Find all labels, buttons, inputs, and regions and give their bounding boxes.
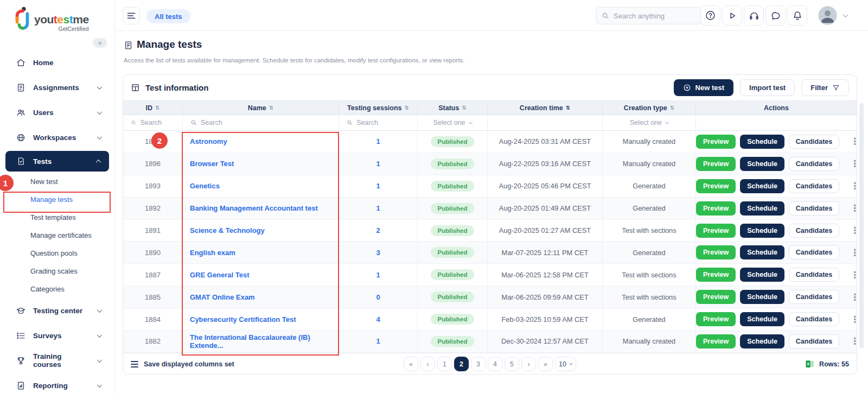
preview-button[interactable]: Preview: [696, 290, 736, 304]
page-button-5[interactable]: 5: [505, 357, 519, 371]
candidates-button[interactable]: Candidates: [789, 334, 839, 348]
submenu-item-grading-scales[interactable]: Grading scales: [0, 262, 114, 280]
schedule-button[interactable]: Schedule: [740, 224, 784, 238]
id-filter-input[interactable]: [140, 119, 175, 126]
cell-sessions-link[interactable]: 1: [339, 198, 418, 219]
kebab-menu-icon[interactable]: ⋮: [850, 293, 857, 302]
candidates-button[interactable]: Candidates: [789, 268, 839, 282]
help-button[interactable]: [700, 5, 720, 26]
kebab-menu-icon[interactable]: ⋮: [850, 315, 857, 324]
submenu-item-manage-certificates[interactable]: Manage certificates: [0, 226, 114, 244]
last-page-button[interactable]: »: [538, 357, 553, 371]
candidates-button[interactable]: Candidates: [789, 312, 839, 326]
next-page-button[interactable]: ›: [521, 357, 536, 371]
tour-button[interactable]: [722, 5, 742, 26]
cell-sessions-link[interactable]: 1: [339, 131, 418, 153]
candidates-button[interactable]: Candidates: [789, 135, 839, 149]
candidates-button[interactable]: Candidates: [789, 157, 839, 171]
vertical-scrollbar[interactable]: [859, 103, 864, 348]
column-header-creation-type[interactable]: Creation type: [603, 101, 696, 115]
save-columns-button[interactable]: Save displayed columns set: [131, 360, 234, 368]
kebab-menu-icon[interactable]: ⋮: [850, 226, 857, 235]
preview-button[interactable]: Preview: [696, 245, 736, 259]
cell-sessions-link[interactable]: 2: [339, 220, 418, 242]
notifications-button[interactable]: [787, 5, 807, 26]
preview-button[interactable]: Preview: [696, 224, 736, 238]
schedule-button[interactable]: Schedule: [740, 245, 784, 259]
messages-button[interactable]: [765, 5, 786, 26]
sidebar-item-home[interactable]: Home: [0, 50, 114, 75]
cell-sessions-link[interactable]: 1: [339, 153, 418, 175]
cell-sessions-link[interactable]: 1: [339, 175, 418, 197]
creation-type-filter-select[interactable]: Select one: [603, 115, 696, 130]
candidates-button[interactable]: Candidates: [789, 179, 839, 193]
filter-button[interactable]: Filter: [801, 79, 849, 96]
excel-export-icon[interactable]: X: [805, 359, 814, 369]
name-filter-input[interactable]: [201, 119, 327, 126]
status-filter-select[interactable]: Select one: [418, 115, 488, 130]
page-button-4[interactable]: 4: [488, 357, 502, 371]
sidebar-item-users[interactable]: Users: [0, 100, 114, 125]
cell-sessions-link[interactable]: 3: [339, 242, 418, 263]
import-test-button[interactable]: Import test: [740, 79, 795, 96]
column-header-status[interactable]: Status: [418, 101, 488, 115]
cell-sessions-link[interactable]: 4: [339, 308, 418, 330]
sidebar-collapse-button[interactable]: «: [93, 38, 107, 48]
submenu-item-question-pools[interactable]: Question pools: [0, 244, 114, 262]
kebab-menu-icon[interactable]: ⋮: [850, 248, 857, 257]
column-header-testing-sessions[interactable]: Testing sessions: [339, 101, 418, 115]
column-header-creation-time[interactable]: Creation time: [488, 101, 603, 115]
candidates-button[interactable]: Candidates: [789, 245, 839, 259]
kebab-menu-icon[interactable]: ⋮: [850, 181, 857, 191]
sidebar-item-workspaces[interactable]: Workspaces: [0, 125, 114, 150]
page-button-3[interactable]: 3: [471, 357, 486, 371]
schedule-button[interactable]: Schedule: [740, 179, 784, 193]
candidates-button[interactable]: Candidates: [789, 290, 839, 304]
preview-button[interactable]: Preview: [696, 179, 736, 193]
id-filter[interactable]: [123, 115, 183, 130]
candidates-button[interactable]: Candidates: [789, 224, 839, 238]
cell-sessions-link[interactable]: 1: [339, 264, 418, 286]
global-search[interactable]: [596, 7, 702, 24]
page-button-2-active[interactable]: 2: [454, 357, 469, 371]
sidebar-item-assignments[interactable]: Assignments: [0, 75, 114, 100]
preview-button[interactable]: Preview: [696, 157, 736, 171]
schedule-button[interactable]: Schedule: [740, 135, 784, 149]
kebab-menu-icon[interactable]: ⋮: [850, 137, 857, 146]
sidebar-item-reporting[interactable]: Reporting: [0, 373, 114, 393]
support-button[interactable]: [744, 5, 764, 26]
prev-page-button[interactable]: ‹: [420, 357, 435, 371]
menu-toggle-button[interactable]: [123, 7, 140, 24]
first-page-button[interactable]: «: [404, 357, 418, 371]
user-avatar[interactable]: [818, 6, 837, 25]
column-header-name[interactable]: Name: [183, 101, 339, 115]
avatar-chevron-icon[interactable]: [843, 12, 848, 17]
kebab-menu-icon[interactable]: ⋮: [850, 204, 857, 213]
cell-sessions-link[interactable]: 0: [339, 286, 418, 308]
name-filter[interactable]: [183, 115, 339, 130]
schedule-button[interactable]: Schedule: [740, 201, 784, 215]
new-test-button[interactable]: New test: [674, 79, 733, 96]
column-header-id[interactable]: ID: [123, 101, 183, 115]
submenu-item-new-test[interactable]: New test: [0, 173, 114, 191]
preview-button[interactable]: Preview: [696, 201, 736, 215]
kebab-menu-icon[interactable]: ⋮: [850, 159, 857, 168]
schedule-button[interactable]: Schedule: [740, 268, 784, 282]
sidebar-item-tests[interactable]: Tests: [5, 151, 109, 172]
schedule-button[interactable]: Schedule: [740, 290, 784, 304]
kebab-menu-icon[interactable]: ⋮: [850, 337, 857, 346]
candidates-button[interactable]: Candidates: [789, 201, 839, 215]
submenu-item-categories[interactable]: Categories: [0, 280, 114, 298]
preview-button[interactable]: Preview: [696, 135, 736, 149]
page-size-select[interactable]: 10: [555, 357, 576, 371]
page-button-1[interactable]: 1: [437, 357, 452, 371]
search-input[interactable]: [614, 12, 690, 20]
schedule-button[interactable]: Schedule: [740, 312, 784, 326]
preview-button[interactable]: Preview: [696, 268, 736, 282]
preview-button[interactable]: Preview: [696, 334, 736, 348]
sessions-filter-input[interactable]: [356, 119, 410, 126]
preview-button[interactable]: Preview: [696, 312, 736, 326]
schedule-button[interactable]: Schedule: [740, 334, 784, 348]
sidebar-item-testing-center[interactable]: Testing center: [0, 298, 114, 323]
schedule-button[interactable]: Schedule: [740, 157, 784, 171]
